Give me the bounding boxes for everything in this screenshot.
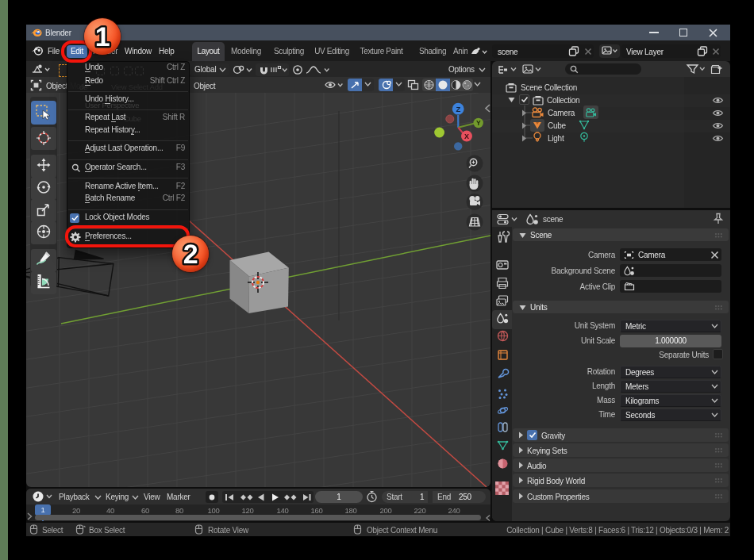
svg-text:Z: Z bbox=[456, 105, 460, 113]
svg-text:X: X bbox=[464, 132, 469, 140]
svg-text:1: 1 bbox=[94, 21, 110, 51]
svg-text:2: 2 bbox=[183, 239, 198, 269]
svg-text:Y: Y bbox=[476, 119, 481, 127]
